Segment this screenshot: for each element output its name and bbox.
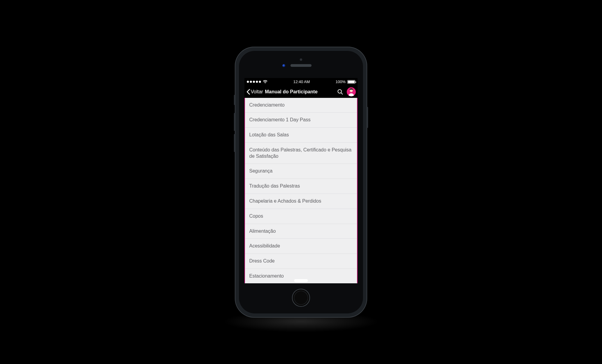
front-camera [300,58,302,61]
list-item[interactable]: Acessibilidade [245,239,357,254]
list-item-label: Estacionamento [249,273,284,278]
phone-frame: 12:40 AM 100% Voltar [235,47,367,318]
status-left [247,80,268,84]
list-item-label: Credenciamento [249,102,284,107]
volume-down-button [234,134,235,152]
earpiece-speaker [290,64,312,67]
home-button[interactable] [292,289,310,307]
list-item[interactable]: Lotação das Salas [245,128,357,143]
list-item-label: Copos [249,213,263,219]
page-title: Manual do Participante [265,89,318,95]
mute-switch [234,95,235,105]
phone-shadow [223,311,379,332]
proximity-sensor [282,64,285,67]
status-bar: 12:40 AM 100% [244,78,358,86]
list-item[interactable]: Alimentação [245,224,357,239]
list-item[interactable]: Tradução das Palestras [245,179,357,194]
manual-list: Credenciamento Credenciamento 1 Day Pass… [245,98,357,283]
cellular-signal-icon [247,81,261,83]
power-button [367,107,368,128]
phone-screen: 12:40 AM 100% Voltar [244,78,358,283]
list-item[interactable]: Dress Code [245,254,357,269]
svg-line-1 [341,93,343,94]
profile-avatar[interactable] [347,87,356,96]
search-icon [337,89,343,95]
back-label: Voltar [251,89,263,95]
search-button[interactable] [337,89,343,95]
wifi-icon [263,80,268,84]
phone-bezel: 12:40 AM 100% Voltar [239,51,363,313]
volume-up-button [234,113,235,131]
chevron-left-icon [246,89,250,95]
list-item[interactable]: Credenciamento [245,98,357,113]
home-indicator [294,279,308,282]
list-item-label: Lotação das Salas [249,132,289,137]
list-item[interactable]: Copos [245,209,357,224]
list-item-label: Tradução das Palestras [249,183,300,188]
list-item[interactable]: Chapelaria e Achados & Perdidos [245,194,357,209]
list-item-label: Acessibilidade [249,243,280,248]
list-item-label: Segurança [249,168,272,173]
list-item[interactable]: Credenciamento 1 Day Pass [245,113,357,128]
status-time: 12:40 AM [293,79,310,84]
list-item-label: Alimentação [249,229,276,234]
list-item-label: Credenciamento 1 Day Pass [249,117,311,122]
battery-percentage: 100% [336,79,346,84]
content-area: Credenciamento Credenciamento 1 Day Pass… [244,98,358,283]
navigation-bar: Voltar Manual do Participante [244,86,358,98]
status-right: 100% [336,79,355,84]
avatar-icon [347,87,356,96]
list-item-label: Chapelaria e Achados & Perdidos [249,198,321,204]
list-item[interactable]: Conteúdo das Palestras, Certificado e Pe… [245,143,357,164]
battery-icon [347,80,355,84]
list-item[interactable]: Segurança [245,164,357,179]
back-button[interactable]: Voltar [246,89,263,95]
list-item-label: Dress Code [249,258,275,263]
list-item-label: Conteúdo das Palestras, Certificado e Pe… [249,147,352,159]
